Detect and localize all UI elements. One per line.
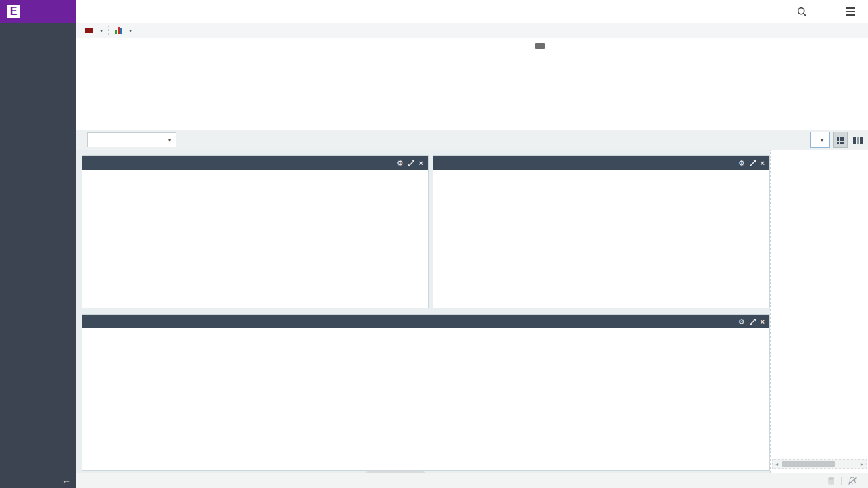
panel-header: ⚙ ×: [433, 156, 769, 170]
column-view-icon: [853, 137, 863, 144]
gear-icon[interactable]: ⚙: [738, 160, 745, 167]
close-icon[interactable]: ×: [761, 318, 765, 326]
extreme-logo: E: [0, 0, 76, 23]
column-view-button[interactable]: [850, 132, 865, 148]
header-icons: [796, 0, 868, 23]
sidebar-collapse-icon[interactable]: ←: [62, 474, 71, 485]
app-window: E ← ▾ ▾: [0, 0, 868, 488]
insights-selector[interactable]: ▾: [115, 27, 132, 34]
alarm-mute-icon[interactable]: [848, 477, 857, 485]
insights-icon: [115, 27, 122, 34]
top-nav: [76, 0, 787, 23]
close-icon[interactable]: ×: [419, 160, 423, 167]
scroll-left-icon[interactable]: ◂: [773, 461, 781, 467]
views-tree-panel: ◂ ▸: [770, 150, 868, 473]
expand-icon[interactable]: [750, 319, 756, 325]
area-chart: [82, 328, 769, 470]
expand-icon[interactable]: [408, 160, 414, 166]
chevron-down-icon: ▾: [100, 28, 103, 34]
views-controls: ▾: [810, 132, 865, 148]
scrollbar-thumb[interactable]: [782, 461, 835, 467]
chevron-down-icon: ▾: [129, 28, 132, 34]
sensor-selector[interactable]: ▾: [85, 28, 103, 34]
search-icon[interactable]: [796, 6, 807, 17]
close-icon[interactable]: ×: [761, 160, 765, 167]
status-bar: [76, 473, 868, 488]
separator: [841, 477, 842, 485]
top-header: E: [0, 0, 868, 24]
context-bar: ▾ ▾: [76, 23, 868, 39]
database-icon[interactable]: [827, 477, 836, 485]
sensor-icon: [85, 28, 93, 33]
grid-view-button[interactable]: [833, 132, 848, 148]
menu-icon[interactable]: [845, 6, 856, 17]
gauge-row: [76, 38, 868, 130]
dashboard-main: ⚙ × ⚙ × ⚙: [76, 150, 770, 473]
help-icon[interactable]: [821, 6, 831, 17]
panel-top-application-groups: ⚙ ×: [433, 155, 770, 308]
gear-icon[interactable]: ⚙: [397, 160, 404, 167]
panel-bandwidth-totals: ⚙ ×: [82, 314, 770, 471]
chevron-down-icon: ▾: [168, 137, 171, 143]
views-button[interactable]: ▾: [810, 132, 830, 148]
gear-icon[interactable]: ⚙: [738, 318, 745, 326]
tree-horizontal-scrollbar[interactable]: ◂ ▸: [772, 459, 867, 469]
extreme-logo-icon: E: [7, 5, 20, 18]
chevron-down-icon: ▾: [821, 137, 823, 143]
separator: [108, 26, 110, 35]
filter-bar: ▾ ▾: [76, 130, 868, 151]
treemap: [84, 171, 427, 306]
scroll-right-icon[interactable]: ▸: [858, 461, 866, 467]
panel-header: ⚙ ×: [82, 156, 428, 170]
time-period-select[interactable]: ▾: [87, 132, 176, 147]
panel-top-applications: ⚙ ×: [82, 155, 429, 308]
left-sidebar: ←: [0, 23, 76, 488]
expand-icon[interactable]: [750, 160, 756, 166]
panel-header: ⚙ ×: [82, 315, 769, 328]
pie-chart: [506, 174, 632, 299]
grid-view-icon: [837, 137, 844, 144]
